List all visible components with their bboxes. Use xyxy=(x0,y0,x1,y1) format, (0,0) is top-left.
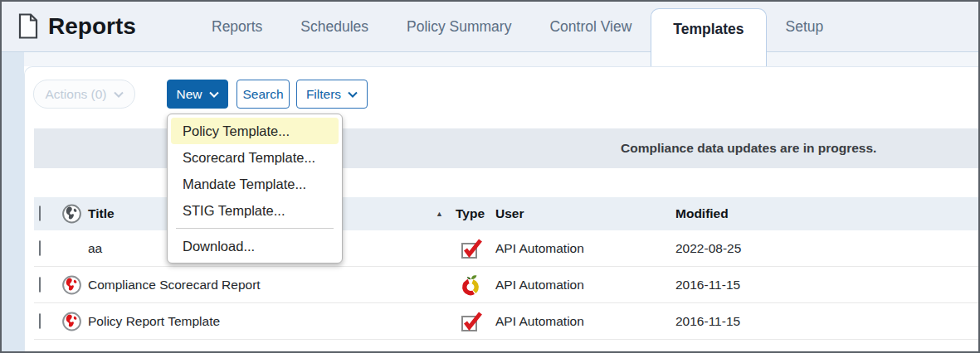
menu-item[interactable]: STIG Template... xyxy=(171,197,339,224)
header-subband xyxy=(2,52,978,66)
column-header-title[interactable]: Title xyxy=(88,206,115,221)
column-header-user[interactable]: User xyxy=(495,206,524,221)
policy-template-icon xyxy=(461,238,483,259)
row-checkbox[interactable] xyxy=(39,278,41,293)
filters-button[interactable]: Filters xyxy=(296,80,368,109)
tab-bar: Reports Schedules Policy Summary Control… xyxy=(193,2,842,51)
column-header-modified[interactable]: Modified xyxy=(675,206,729,221)
page-title: Reports xyxy=(48,2,136,51)
tab[interactable]: Templates xyxy=(651,8,766,68)
row-checkbox[interactable] xyxy=(39,241,41,256)
tab[interactable]: Reports xyxy=(193,2,281,51)
table-row[interactable]: Compliance Scorecard Report xyxy=(34,267,978,303)
template-modified: 2016-11-15 xyxy=(675,314,740,329)
menu-item[interactable]: Policy Template... xyxy=(171,118,339,144)
menu-item[interactable]: Mandate Template... xyxy=(171,171,339,197)
policy-template-icon xyxy=(461,311,483,332)
template-user: API Automation xyxy=(495,278,584,293)
select-all-checkbox[interactable] xyxy=(39,206,41,221)
actions-button[interactable]: Actions (0) xyxy=(33,80,135,109)
chevron-down-icon xyxy=(348,91,358,98)
template-user: API Automation xyxy=(495,241,584,256)
global-column-icon xyxy=(61,204,82,225)
template-title[interactable]: aa xyxy=(88,241,102,256)
tab[interactable]: Control View xyxy=(530,2,651,51)
new-button-label: New xyxy=(176,87,202,102)
chevron-down-icon xyxy=(114,91,124,98)
chevron-down-icon xyxy=(209,91,219,98)
template-title[interactable]: Compliance Scorecard Report xyxy=(88,278,261,293)
menu-item[interactable]: Download... xyxy=(171,233,339,259)
search-button-label: Search xyxy=(242,87,283,102)
menu-item[interactable]: Scorecard Template... xyxy=(171,144,339,171)
scorecard-template-icon xyxy=(461,273,481,296)
template-modified: 2016-11-15 xyxy=(675,278,740,293)
column-header-type[interactable]: Type xyxy=(456,206,485,221)
global-template-icon xyxy=(61,274,82,295)
filters-button-label: Filters xyxy=(306,87,341,102)
tab[interactable]: Setup xyxy=(767,2,843,51)
template-title[interactable]: Policy Report Template xyxy=(88,314,220,329)
app-window: Reports Reports Schedules Policy Summary… xyxy=(0,0,980,353)
global-template-icon xyxy=(61,311,82,331)
document-icon xyxy=(18,13,38,39)
actions-button-label: Actions (0) xyxy=(45,87,106,102)
new-button[interactable]: New xyxy=(167,80,228,109)
row-checkbox[interactable] xyxy=(39,314,41,329)
template-modified: 2022-08-25 xyxy=(675,241,741,256)
menu-divider xyxy=(176,228,334,229)
new-dropdown-menu: Policy Template... Scorecard Template...… xyxy=(167,114,343,264)
tab[interactable]: Policy Summary xyxy=(388,2,530,51)
template-user: API Automation xyxy=(495,314,584,329)
header-bar: Reports Reports Schedules Policy Summary… xyxy=(2,2,978,52)
content-panel: Actions (0) New Search Filters Complianc… xyxy=(24,66,978,351)
sort-ascending-icon[interactable]: ▲ xyxy=(436,210,443,218)
notification-message: Compliance data updates are in progress. xyxy=(621,141,876,156)
tab[interactable]: Schedules xyxy=(281,2,388,51)
search-button[interactable]: Search xyxy=(236,80,290,109)
left-margin-strip xyxy=(2,52,24,351)
table-row[interactable]: Policy Report Template xyxy=(34,303,978,340)
